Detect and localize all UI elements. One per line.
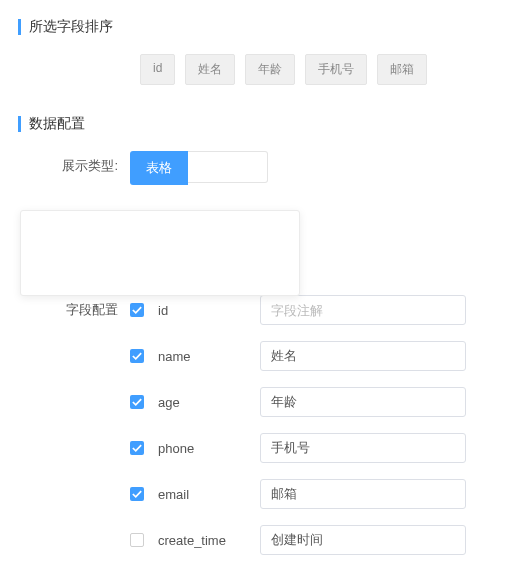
field-row: phone — [0, 433, 508, 463]
section-header-sort: 所选字段排序 — [18, 18, 508, 36]
field-config-list: 字段配置idnameagephoneemailcreate_timeupdate… — [0, 295, 508, 568]
section-bar — [18, 19, 21, 35]
field-annotation-input[interactable] — [260, 525, 466, 555]
field-annotation-input[interactable] — [260, 387, 466, 417]
field-input-wrap — [260, 479, 466, 509]
section-title-sort: 所选字段排序 — [29, 18, 113, 36]
checkbox-col — [130, 349, 150, 363]
field-checkbox[interactable] — [130, 487, 144, 501]
tag-id[interactable]: id — [140, 54, 175, 85]
tags-row: id 姓名 年龄 手机号 邮箱 — [140, 54, 508, 85]
field-annotation-input[interactable] — [260, 295, 466, 325]
tag-phone[interactable]: 手机号 — [305, 54, 367, 85]
field-name-label: phone — [150, 441, 260, 456]
field-checkbox[interactable] — [130, 533, 144, 547]
field-row: create_time — [0, 525, 508, 555]
field-checkbox[interactable] — [130, 349, 144, 363]
field-name-label: name — [150, 349, 260, 364]
checkbox-col — [130, 487, 150, 501]
field-checkbox[interactable] — [130, 395, 144, 409]
field-input-wrap — [260, 387, 466, 417]
field-name-label: age — [150, 395, 260, 410]
checkbox-col — [130, 395, 150, 409]
section-bar — [18, 116, 21, 132]
field-input-wrap — [260, 525, 466, 555]
field-name-label: create_time — [150, 533, 260, 548]
section-header-config: 数据配置 — [18, 115, 508, 133]
dropdown-popup[interactable] — [20, 210, 300, 296]
tag-email[interactable]: 邮箱 — [377, 54, 427, 85]
field-input-wrap — [260, 341, 466, 371]
field-annotation-input[interactable] — [260, 433, 466, 463]
field-input-wrap — [260, 433, 466, 463]
tag-age[interactable]: 年龄 — [245, 54, 295, 85]
display-type-dropdown[interactable] — [188, 151, 268, 183]
section-title-config: 数据配置 — [29, 115, 85, 133]
field-row: name — [0, 341, 508, 371]
field-checkbox[interactable] — [130, 303, 144, 317]
tag-name[interactable]: 姓名 — [185, 54, 235, 85]
field-checkbox[interactable] — [130, 441, 144, 455]
display-type-row: 展示类型: 表格 — [0, 151, 508, 185]
field-name-label: email — [150, 487, 260, 502]
field-annotation-input[interactable] — [260, 341, 466, 371]
field-annotation-input[interactable] — [260, 479, 466, 509]
checkbox-col — [130, 303, 150, 317]
field-row: age — [0, 387, 508, 417]
checkbox-col — [130, 441, 150, 455]
checkbox-col — [130, 533, 150, 547]
field-config-label: 字段配置 — [0, 301, 130, 319]
field-row: email — [0, 479, 508, 509]
display-type-button[interactable]: 表格 — [130, 151, 188, 185]
field-row: 字段配置id — [0, 295, 508, 325]
display-type-label: 展示类型: — [0, 151, 130, 175]
field-input-wrap — [260, 295, 466, 325]
field-name-label: id — [150, 303, 260, 318]
